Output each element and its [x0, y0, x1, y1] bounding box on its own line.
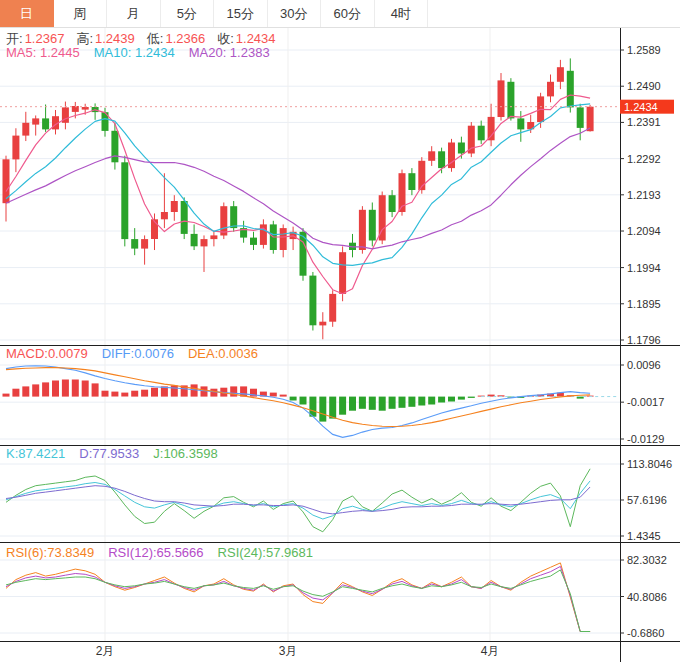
rsi6-value: RSI(6):73.8349	[6, 545, 94, 560]
macd-bar	[82, 381, 89, 397]
timeframe-tabbar: 日 周 月 5分 15分 30分 60分 4时	[0, 0, 680, 28]
axis-label: 1.2391	[627, 116, 661, 128]
axis-label: 1.1994	[627, 262, 661, 274]
current-price-tag-label: 1.2434	[624, 101, 658, 113]
macd-bar	[339, 397, 346, 415]
rsi12-line	[6, 566, 590, 631]
ma-row: MA5: 1.2445MA10: 1.2434MA20: 1.2383	[6, 45, 284, 60]
open-value: 1.2367	[25, 31, 65, 46]
month-label: 2月	[96, 644, 115, 658]
close-value: 1.2434	[236, 31, 276, 46]
close-label: 收:	[217, 31, 234, 46]
tab-60min[interactable]: 60分	[321, 0, 375, 27]
high-label: 高:	[76, 31, 93, 46]
macd-bar	[72, 380, 79, 397]
macd-bar	[319, 397, 326, 422]
tab-15min[interactable]: 15分	[214, 0, 268, 27]
macd-bar	[418, 397, 425, 406]
macd-bar	[458, 397, 465, 400]
axis-label: 1.2589	[627, 44, 661, 56]
macd-bar	[111, 392, 118, 397]
ma10-value: MA10: 1.2434	[94, 45, 175, 60]
macd-bar	[171, 385, 178, 396]
open-label: 开:	[6, 31, 23, 46]
axis-label: 1.2094	[627, 225, 661, 237]
macd-bar	[201, 386, 208, 396]
tab-month[interactable]: 月	[107, 0, 161, 27]
axis-label: -0.0017	[627, 396, 664, 408]
chart-svg[interactable]: 1.25891.24901.23911.22921.21931.20941.19…	[0, 0, 680, 662]
macd-bar	[399, 397, 406, 408]
ma10-line	[6, 104, 590, 265]
macd-bar	[280, 395, 287, 397]
macd-bar	[408, 397, 415, 407]
rsi24-line	[6, 570, 590, 632]
axis-label: -0.6860	[627, 627, 664, 639]
low-label: 低:	[147, 31, 164, 46]
macd-bar	[379, 397, 386, 411]
macd-bar	[389, 397, 396, 409]
macd-bar	[12, 389, 19, 397]
macd-bar	[270, 393, 277, 397]
axis-label: 1.2292	[627, 153, 661, 165]
rsi12-value: RSI(12):65.5666	[108, 545, 203, 560]
diff-value: DIFF:0.0076	[102, 346, 174, 361]
diff-line	[6, 366, 590, 438]
macd-bar	[42, 382, 49, 396]
axis-label: 1.1796	[627, 334, 661, 346]
axis-label: 1.2193	[627, 189, 661, 201]
tab-30min[interactable]: 30分	[268, 0, 322, 27]
rsi-row: RSI(6):73.8349RSI(12):65.5666RSI(24):57.…	[6, 545, 327, 560]
low-value: 1.2366	[165, 31, 205, 46]
macd-bar	[121, 393, 128, 397]
macd-bar	[290, 397, 297, 401]
macd-bar	[92, 383, 99, 396]
axis-label: 57.6196	[627, 494, 667, 506]
k-value: K:87.4221	[6, 446, 65, 461]
macd-bar	[32, 384, 39, 396]
axis-label: 40.8086	[627, 591, 667, 603]
candlestick-layer	[3, 58, 594, 339]
dea-line	[6, 368, 590, 427]
high-value: 1.2439	[95, 31, 135, 46]
axis-label: 1.1895	[627, 298, 661, 310]
tab-4hour[interactable]: 4时	[375, 0, 429, 27]
macd-bar	[438, 397, 445, 403]
axis-label: 1.4345	[627, 530, 661, 542]
tab-5min[interactable]: 5分	[161, 0, 215, 27]
macd-bar	[359, 397, 366, 409]
macd-bar	[349, 397, 356, 411]
axis-label: 0.0096	[627, 359, 661, 371]
tab-week[interactable]: 周	[54, 0, 108, 27]
ma20-value: MA20: 1.2383	[189, 45, 270, 60]
macd-bar	[151, 388, 158, 397]
axis-label: 113.8046	[627, 458, 672, 470]
macd-bar	[102, 391, 109, 397]
j-value: J:106.3598	[153, 446, 217, 461]
macd-bar	[448, 397, 455, 402]
ma5-value: MA5: 1.2445	[6, 45, 80, 60]
macd-bar	[131, 391, 138, 397]
macd-bar	[3, 394, 10, 397]
month-label: 3月	[279, 644, 298, 658]
axis-label: 82.3032	[627, 554, 667, 566]
macd-bar	[62, 380, 69, 397]
month-label: 4月	[481, 644, 500, 658]
macd-bar	[210, 389, 217, 397]
dea-value: DEA:0.0036	[188, 346, 258, 361]
macd-bar	[22, 386, 29, 396]
macd-bar	[329, 397, 336, 419]
macd-value: MACD:0.0079	[6, 346, 88, 361]
macd-bar	[468, 397, 475, 398]
axis-label: 1.2490	[627, 80, 661, 92]
macd-bar	[141, 390, 148, 397]
d-value: D:77.9533	[79, 446, 139, 461]
macd-bar	[428, 397, 435, 405]
tab-day[interactable]: 日	[0, 0, 54, 27]
macd-row: MACD:0.0079DIFF:0.0076DEA:0.0036	[6, 346, 272, 361]
macd-bar	[52, 381, 59, 397]
kdj-row: K:87.4221D:77.9533J:106.3598	[6, 446, 232, 461]
trading-chart-app: 日 周 月 5分 15分 30分 60分 4时 1.25891.24901.23…	[0, 0, 680, 662]
rsi6-line	[6, 563, 590, 632]
macd-bar	[300, 397, 307, 405]
